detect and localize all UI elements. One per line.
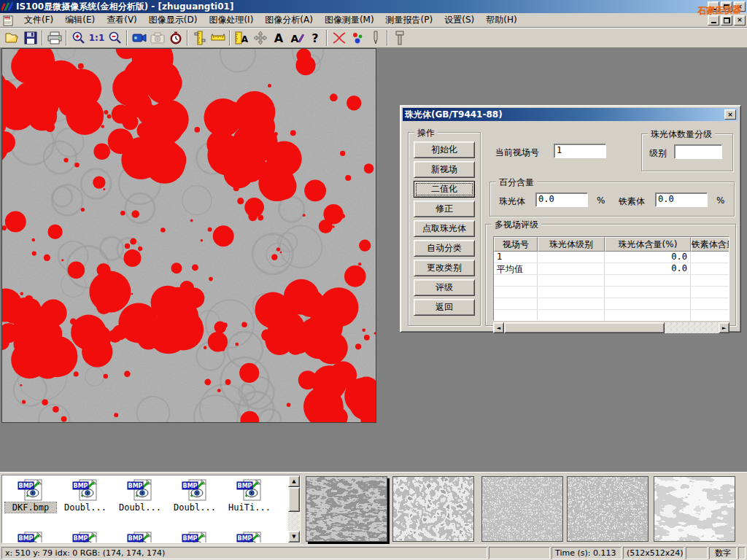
file-item[interactable] <box>60 531 111 543</box>
col-ferrite-pct[interactable]: 铁素体含量(%) <box>691 237 729 252</box>
table-header-row: 视场号 珠光体级别 珠光体含量(%) 铁素体含量(%) <box>494 237 729 252</box>
file-item[interactable]: HuiTi... <box>224 478 275 513</box>
table-row[interactable]: 10.0 <box>494 252 729 263</box>
menu-edit[interactable]: 编辑(E) <box>59 12 101 28</box>
timer-icon[interactable] <box>166 29 185 47</box>
calibrate-ruler-icon[interactable]: A <box>233 29 251 47</box>
new-field-button[interactable]: 新视场 <box>414 161 475 178</box>
scrollbar-thumb[interactable] <box>288 487 300 512</box>
file-item[interactable] <box>115 531 166 543</box>
file-label[interactable]: Doubl... <box>60 502 111 513</box>
menu-view[interactable]: 查看(V) <box>101 12 143 28</box>
file-vertical-scrollbar[interactable]: ▲ ▼ <box>288 475 300 542</box>
ferrite-percent-input[interactable]: 0.0 <box>655 192 708 207</box>
menu-measure-report[interactable]: 测量报告(P) <box>380 12 439 28</box>
menu-settings[interactable]: 设置(S) <box>438 12 480 28</box>
open-file-icon[interactable] <box>3 29 21 47</box>
text-annotate-icon[interactable]: A <box>269 29 287 47</box>
file-label[interactable]: Doubl... <box>115 502 166 513</box>
auto-classify-button[interactable]: 自动分类 <box>414 240 475 257</box>
file-item[interactable] <box>224 531 275 543</box>
file-browser-panel[interactable]: DKF.bmp Doubl... Doubl... Doubl... HuiTi… <box>1 475 301 543</box>
child-restore-button[interactable] <box>721 15 732 26</box>
svg-text:A: A <box>290 33 298 44</box>
change-class-button[interactable]: 更改类别 <box>414 260 475 276</box>
toolbar-separator <box>66 30 67 46</box>
scroll-down-icon[interactable]: ▼ <box>288 531 300 542</box>
file-item[interactable] <box>5 531 56 543</box>
menu-help[interactable]: 帮助(H) <box>480 12 522 28</box>
minimize-button[interactable] <box>708 1 719 12</box>
file-item[interactable]: DKF.bmp <box>5 478 56 513</box>
table-row[interactable] <box>494 275 729 287</box>
pearlite-percent-input[interactable]: 0.0 <box>535 192 588 207</box>
caliper-measure-icon[interactable] <box>190 29 209 47</box>
rate-button[interactable]: 评级 <box>414 279 475 296</box>
col-field-no[interactable]: 视场号 <box>494 237 538 252</box>
camera-capture-icon[interactable] <box>148 29 166 47</box>
menu-image-analysis[interactable]: 图像分析(A) <box>259 12 319 28</box>
menu-image-process[interactable]: 图像处理(I) <box>203 12 259 28</box>
file-label[interactable]: DKF.bmp <box>5 502 56 513</box>
table-horizontal-scrollbar[interactable]: ◄ ► <box>493 322 729 333</box>
thumbnail-2[interactable] <box>392 476 474 542</box>
curve-tool-icon[interactable] <box>330 29 348 47</box>
return-button[interactable]: 返回 <box>414 299 475 316</box>
dialog-title-bar[interactable]: 珠光体(GB/T9441-88) × <box>403 108 738 121</box>
init-button[interactable]: 初始化 <box>414 141 475 158</box>
menu-image-measure[interactable]: 图像测量(M) <box>319 12 380 28</box>
file-item[interactable]: Doubl... <box>169 478 220 513</box>
status-empty-panel <box>738 547 746 559</box>
save-file-icon[interactable] <box>21 29 39 47</box>
pen-tool-icon[interactable] <box>366 29 384 47</box>
help-icon[interactable]: ? <box>306 29 324 47</box>
scroll-left-icon[interactable]: ◄ <box>493 322 504 333</box>
current-field-input[interactable]: 1 <box>554 144 606 158</box>
print-icon[interactable] <box>45 29 63 47</box>
pick-pearlite-button[interactable]: 点取珠光体 <box>414 220 475 237</box>
scroll-up-icon[interactable]: ▲ <box>288 475 300 487</box>
video-capture-icon[interactable] <box>130 29 148 47</box>
table-row[interactable] <box>494 287 729 298</box>
svg-text:DOC: DOC <box>4 17 11 20</box>
zoom-in-icon[interactable] <box>69 29 88 47</box>
thumbnail-4[interactable] <box>567 476 649 542</box>
child-minimize-button[interactable] <box>708 15 719 26</box>
file-item[interactable]: Doubl... <box>60 478 111 513</box>
thumbnail-1[interactable] <box>306 476 387 542</box>
correct-button[interactable]: 修正 <box>414 201 475 217</box>
file-item[interactable] <box>169 531 220 543</box>
zoom-out-icon[interactable] <box>106 29 124 47</box>
binarize-button[interactable]: 二值化 <box>414 181 475 198</box>
table-row[interactable] <box>494 298 729 310</box>
menu-file[interactable]: 文件(F) <box>18 12 59 28</box>
color-classify-icon[interactable] <box>348 29 366 47</box>
actual-size-icon[interactable]: 1:1 <box>88 29 106 47</box>
file-item[interactable]: Doubl... <box>115 478 166 513</box>
toolbar-separator <box>187 30 188 46</box>
thumbnail-5[interactable] <box>654 476 735 542</box>
grade-input[interactable] <box>674 144 722 159</box>
close-button[interactable]: × <box>734 1 746 12</box>
maximize-button[interactable] <box>721 1 732 12</box>
table-row[interactable]: 平均值0.0 <box>494 263 729 275</box>
title-bar[interactable]: IS100显微摄像系统(金相分析版) - [zhuguangti01] × <box>0 0 747 13</box>
probe-tool-icon[interactable] <box>390 29 409 47</box>
child-close-button[interactable]: × <box>734 15 746 26</box>
rating-table[interactable]: 视场号 珠光体级别 珠光体含量(%) 铁素体含量(%) 10.0 平均值0.0 <box>493 236 729 321</box>
col-pearlite-pct[interactable]: 珠光体含量(%) <box>605 237 691 252</box>
dialog-close-button[interactable]: × <box>724 109 736 120</box>
col-pearlite-grade[interactable]: 珠光体级别 <box>538 237 605 252</box>
specimen-image[interactable] <box>1 48 376 423</box>
move-cross-icon[interactable] <box>251 29 269 47</box>
thumbnail-3[interactable] <box>481 476 563 542</box>
status-empty-panel <box>686 547 708 559</box>
table-row[interactable] <box>494 310 729 321</box>
scroll-right-icon[interactable]: ► <box>719 322 729 333</box>
scrollbar-thumb[interactable] <box>504 322 665 333</box>
file-label[interactable]: HuiTi... <box>224 502 275 513</box>
file-label[interactable]: Doubl... <box>169 502 220 513</box>
ruler-measure-icon[interactable] <box>209 29 227 47</box>
menu-image-display[interactable]: 图像显示(D) <box>143 12 204 28</box>
edit-annotate-icon[interactable]: A <box>287 29 306 47</box>
